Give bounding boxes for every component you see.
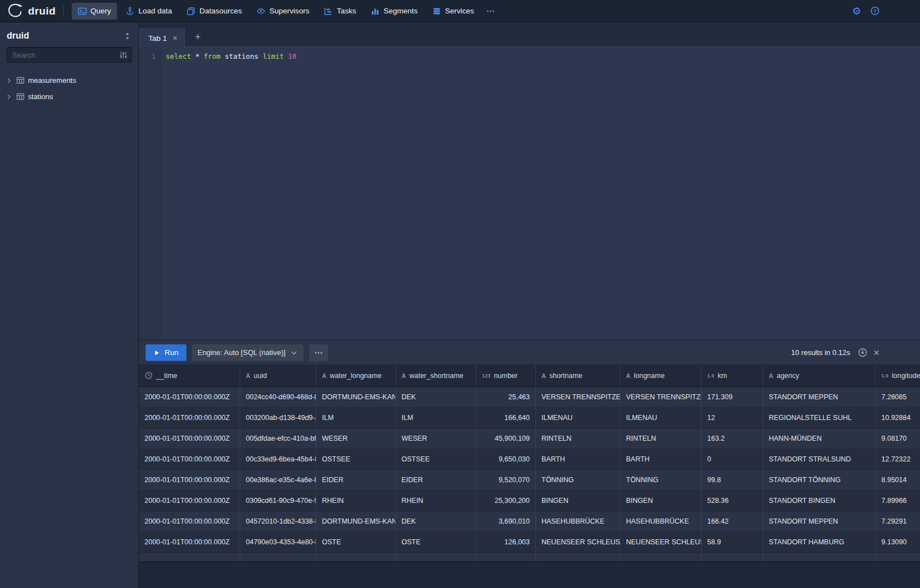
settings-button[interactable]: ⚙ [852, 6, 861, 16]
cell-water_longname[interactable]: DORTMUND-EMS-KANA [316, 511, 396, 532]
cell-longitude[interactable]: 12.72322 [876, 449, 920, 470]
nav-item-query[interactable]: Query [72, 3, 118, 20]
cell-agency[interactable]: STANDORT MEPPEN [763, 511, 876, 532]
cell-number[interactable]: 166,640 [477, 408, 536, 428]
cell-longname[interactable]: VERSEN TRENNSPITZE [620, 387, 702, 408]
cell-agency[interactable]: STANDORT TÖNNING [763, 470, 876, 491]
cell-water_shortname[interactable]: OSTSEE [396, 449, 477, 470]
nav-item-tasks[interactable]: Tasks [317, 3, 362, 20]
cell-km[interactable]: 12 [702, 408, 763, 428]
nav-item-load-data[interactable]: Load data [119, 3, 178, 20]
cell-longitude[interactable]: 9.13090 [876, 532, 920, 553]
download-button[interactable] [858, 348, 867, 357]
cell-number[interactable]: 9,520,070 [477, 470, 536, 491]
close-tab-button[interactable]: ✕ [172, 35, 178, 42]
cell-uuid[interactable]: 04572010-1db2-4338-85 [240, 511, 316, 532]
cell-uuid[interactable]: 00e386ac-e35c-4a6e-80 [240, 470, 316, 491]
cell-longname[interactable]: HASEHUBBRÜCKE [620, 511, 702, 532]
sql-code-area[interactable]: select * from stations limit 10 [161, 47, 920, 340]
column-header-number[interactable]: 123number [477, 365, 536, 386]
cell-number[interactable]: 25,300,200 [477, 491, 536, 511]
cell-water_longname[interactable]: WESER [316, 428, 396, 449]
column-header-__time[interactable]: __time [139, 365, 240, 386]
more-menu-button[interactable] [481, 3, 500, 20]
cell-agency[interactable]: STANDORT STRALSUND [763, 449, 876, 470]
filter-button[interactable] [118, 50, 129, 60]
engine-select-button[interactable]: Engine: Auto [SQL (native)] [192, 344, 303, 361]
cell-shortname[interactable]: BINGEN [536, 491, 620, 511]
cell-water_shortname[interactable]: RHEIN [396, 491, 477, 511]
cell-uuid[interactable]: 0309cd61-90c9-470e-99 [240, 491, 316, 511]
cell-__time[interactable]: 2000-01-01T00:00:00.000Z [139, 387, 240, 408]
cell-__time[interactable]: 2000-01-01T00:00:00.000Z [139, 532, 240, 553]
cell-km[interactable]: 163.2 [702, 428, 763, 449]
cell-agency[interactable]: STANDORT HAMBURG [763, 532, 876, 553]
cell-km[interactable]: 528.36 [702, 491, 763, 511]
cell-km[interactable]: 171.309 [702, 387, 763, 408]
cell-agency[interactable]: STANDORT BINGEN [763, 491, 876, 511]
run-button[interactable]: Run [146, 344, 186, 361]
cell-km[interactable]: 99.8 [702, 470, 763, 491]
cell-water_shortname[interactable]: EIDER [396, 470, 477, 491]
tree-item-measurements[interactable]: measurements [0, 72, 138, 88]
column-header-longname[interactable]: Alongname [620, 365, 702, 386]
cell-number[interactable]: 45,900,109 [477, 428, 536, 449]
column-header-uuid[interactable]: Auuid [240, 365, 316, 386]
cell-longname[interactable]: ILMENAU [620, 408, 702, 428]
query-editor[interactable]: 1 select * from stations limit 10 [139, 47, 920, 340]
cell-longname[interactable]: BARTH [620, 449, 702, 470]
nav-item-services[interactable]: Services [426, 3, 480, 20]
cell-longname[interactable]: TÖNNING [620, 470, 702, 491]
cell-longitude[interactable]: 8.95014 [876, 470, 920, 491]
cell-water_shortname[interactable]: DEK [396, 511, 477, 532]
cell-longitude[interactable]: 7.89966 [876, 491, 920, 511]
cell-agency[interactable]: HANN-MÜNDEN [763, 428, 876, 449]
cell-km[interactable]: 0 [702, 449, 763, 470]
help-button[interactable]: ? [870, 6, 880, 16]
cell-longname[interactable]: NEUENSEER SCHLEUSEN [620, 532, 702, 553]
cell-shortname[interactable]: HASEHUBBRÜCKE [536, 511, 620, 532]
cell-number[interactable]: 9,650,030 [477, 449, 536, 470]
cell-shortname[interactable]: ILMENAU [536, 408, 620, 428]
cell-shortname[interactable]: VERSEN TRENNSPITZE [536, 387, 620, 408]
cell-water_longname[interactable]: DORTMUND-EMS-KANA [316, 387, 396, 408]
cell-water_shortname[interactable]: ILM [396, 408, 477, 428]
cell-water_longname[interactable]: ILM [316, 408, 396, 428]
nav-item-datasources[interactable]: Datasources [180, 3, 248, 20]
cell-shortname[interactable]: TÖNNING [536, 470, 620, 491]
cell-water_longname[interactable]: EIDER [316, 470, 396, 491]
cell-uuid[interactable]: 04790e03-4353-4e80-be [240, 532, 316, 553]
cell-km[interactable]: 58.9 [702, 532, 763, 553]
query-more-button[interactable] [309, 344, 328, 361]
tree-item-stations[interactable]: stations [0, 88, 138, 105]
cell-__time[interactable]: 2000-01-01T00:00:00.000Z [139, 511, 240, 532]
cell-number[interactable]: 25,463 [477, 387, 536, 408]
column-header-water_longname[interactable]: Awater_longname [316, 365, 396, 386]
cell-shortname[interactable]: RINTELN [536, 428, 620, 449]
column-header-agency[interactable]: Aagency [763, 365, 876, 386]
column-header-km[interactable]: 1.0km [702, 365, 763, 386]
cell-water_shortname[interactable]: DEK [396, 387, 477, 408]
nav-item-segments[interactable]: Segments [365, 3, 424, 20]
cell-longitude[interactable]: 7.26085 [876, 387, 920, 408]
cell-uuid[interactable]: 00c33ed9-6bea-45b4-87 [240, 449, 316, 470]
column-header-longitude[interactable]: 1.0longitude [876, 365, 920, 386]
close-results-button[interactable]: ✕ [873, 348, 880, 357]
cell-water_longname[interactable]: RHEIN [316, 491, 396, 511]
cell-longname[interactable]: RINTELN [620, 428, 702, 449]
cell-longname[interactable]: BINGEN [620, 491, 702, 511]
cell-longitude[interactable]: 9.08170 [876, 428, 920, 449]
cell-__time[interactable]: 2000-01-01T00:00:00.000Z [139, 491, 240, 511]
cell-water_longname[interactable]: OSTSEE [316, 449, 396, 470]
cell-__time[interactable]: 2000-01-01T00:00:00.000Z [139, 470, 240, 491]
cell-agency[interactable]: REGIONALSTELLE SUHL [763, 408, 876, 428]
cell-__time[interactable]: 2000-01-01T00:00:00.000Z [139, 449, 240, 470]
sort-button[interactable] [123, 32, 132, 40]
cell-uuid[interactable]: 003200ab-d138-49d9-aa [240, 408, 316, 428]
cell-agency[interactable]: STANDORT MEPPEN [763, 387, 876, 408]
tab-tab-1[interactable]: Tab 1 ✕ [139, 29, 185, 47]
cell-uuid[interactable]: 005dfdae-efcc-410a-bf1 [240, 428, 316, 449]
search-input[interactable] [7, 47, 132, 63]
column-header-water_shortname[interactable]: Awater_shortname [396, 365, 477, 386]
column-header-shortname[interactable]: Ashortname [536, 365, 620, 386]
